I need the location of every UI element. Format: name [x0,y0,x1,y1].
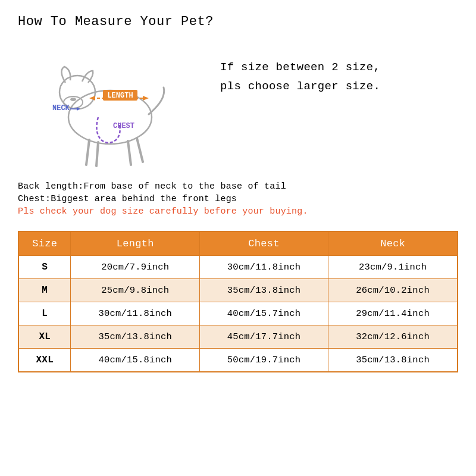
table-cell-1-0: M [18,279,71,302]
table-cell-0-1: 20cm/7.9inch [71,256,199,279]
table-cell-4-1: 40cm/15.8inch [71,349,199,372]
svg-point-3 [70,98,76,101]
side-note-line2: pls choose larger size. [220,77,458,96]
table-cell-0-2: 30cm/11.8inch [199,256,328,279]
table-cell-3-3: 32cm/12.6inch [328,325,458,349]
back-length-desc: Back length:From base of neck to the bas… [18,181,458,192]
svg-text:LENGTH: LENGTH [107,92,133,100]
svg-text:CHEST: CHEST [113,122,134,130]
col-header-chest: Chest [199,231,328,256]
chest-desc: Chest:Biggest area behind the front legs [18,194,458,204]
table-row: XXL40cm/15.8inch50cm/19.7inch35cm/13.8in… [18,349,458,372]
table-cell-2-0: L [18,302,71,325]
table-cell-4-2: 50cm/19.7inch [199,349,328,372]
table-cell-1-1: 25cm/9.8inch [71,279,199,302]
table-cell-4-0: XXL [18,349,71,372]
description-section: Back length:From base of neck to the bas… [18,181,458,225]
col-header-neck: Neck [328,231,458,256]
table-cell-1-2: 35cm/13.8inch [199,279,328,302]
svg-marker-6 [143,96,149,101]
table-cell-3-2: 45cm/17.7inch [199,325,328,349]
table-row: M25cm/9.8inch35cm/13.8inch26cm/10.2inch [18,279,458,302]
table-cell-0-0: S [18,256,71,279]
page-container: How To Measure Your Pet? [0,0,476,476]
table-cell-2-1: 30cm/11.8inch [71,302,199,325]
svg-text:NECK: NECK [52,104,70,112]
table-row: XL35cm/13.8inch45cm/17.7inch32cm/12.6inc… [18,325,458,349]
page-title: How To Measure Your Pet? [18,14,458,29]
table-cell-3-1: 35cm/13.8inch [71,325,199,349]
side-note-line1: If size between 2 size, [220,58,458,77]
svg-marker-5 [89,96,95,101]
table-row: S20cm/7.9inch30cm/11.8inch23cm/9.1inch [18,256,458,279]
table-cell-3-0: XL [18,325,71,349]
top-section: LENGTH NECK CHEST If size between 2 size… [18,40,458,171]
table-cell-4-3: 35cm/13.8inch [328,349,458,372]
dog-diagram: LENGTH NECK CHEST [18,40,202,171]
table-cell-2-2: 40cm/15.7inch [199,302,328,325]
table-cell-1-3: 26cm/10.2inch [328,279,458,302]
table-cell-2-3: 29cm/11.4inch [328,302,458,325]
col-header-size: Size [18,231,71,256]
size-table: Size Length Chest Neck S20cm/7.9inch30cm… [18,231,458,372]
col-header-length: Length [71,231,199,256]
side-note: If size between 2 size, pls choose large… [202,40,458,96]
table-header-row: Size Length Chest Neck [18,231,458,256]
table-row: L30cm/11.8inch40cm/15.7inch29cm/11.4inch [18,302,458,325]
warning-text: Pls check your dog size carefully before… [18,206,458,217]
table-cell-0-3: 23cm/9.1inch [328,256,458,279]
